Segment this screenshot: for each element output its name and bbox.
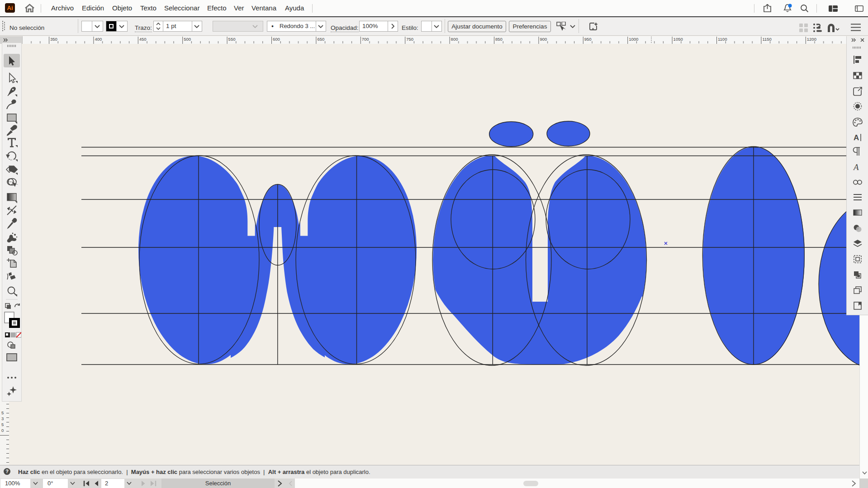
- svg-text:5: 5: [1, 410, 4, 415]
- svg-text:350: 350: [50, 37, 57, 42]
- svg-text:1150: 1150: [762, 37, 771, 42]
- svg-text:950: 950: [584, 37, 592, 42]
- svg-text:3: 3: [1, 416, 4, 421]
- svg-text:450: 450: [139, 37, 147, 42]
- svg-text:0: 0: [1, 428, 4, 433]
- svg-text:800: 800: [451, 37, 458, 42]
- svg-text:700: 700: [362, 37, 369, 42]
- svg-text:650: 650: [317, 37, 324, 42]
- svg-text:400: 400: [95, 37, 102, 42]
- svg-text:1200: 1200: [807, 37, 816, 42]
- svg-text:1050: 1050: [674, 37, 683, 42]
- svg-text:A: A: [854, 133, 859, 142]
- svg-text:1000: 1000: [629, 37, 638, 42]
- svg-text:900: 900: [540, 37, 547, 42]
- svg-text:750: 750: [406, 37, 413, 42]
- svg-text:1100: 1100: [718, 37, 727, 42]
- svg-text:A: A: [853, 162, 859, 172]
- svg-text:5: 5: [1, 422, 4, 427]
- svg-text:600: 600: [273, 37, 280, 42]
- svg-text:500: 500: [184, 37, 191, 42]
- svg-text:850: 850: [495, 37, 503, 42]
- svg-text:550: 550: [228, 37, 236, 42]
